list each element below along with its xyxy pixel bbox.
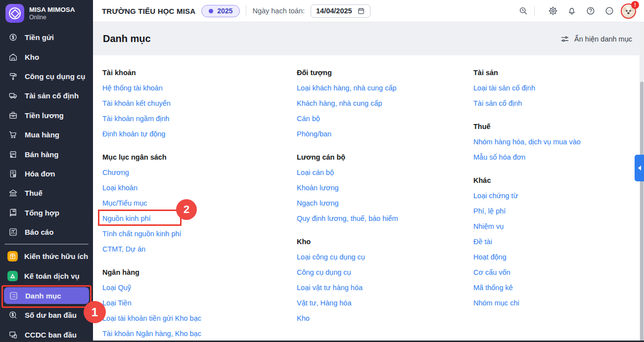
topbar-icon-button[interactable]: [548, 5, 558, 16]
sidebar-item-label: Tài sản cố định: [25, 91, 79, 100]
catalog-section: Đối tượng Loại khách hàng, nhà cung cấpK…: [297, 65, 473, 142]
scrollbar-thumb[interactable]: [640, 82, 644, 342]
catalog-section: Tài sản Loại tài sản cố địnhTài sản cố đ…: [473, 65, 638, 111]
sidebar-item[interactable]: Công cụ dụng cụ: [0, 67, 93, 86]
catalog-link[interactable]: CTMT, Dự án: [102, 242, 145, 257]
catalog-link[interactable]: Mã thống kê: [473, 280, 513, 296]
catalog-section: Ngân hàng Loại QuỹLoại TiềnLoại tài khoả…: [102, 265, 297, 342]
help-icon: [586, 6, 596, 16]
opening-balance-icon: [7, 310, 18, 321]
catalog-link[interactable]: Kho: [297, 311, 310, 326]
catalog-link[interactable]: Phí, lệ phí: [473, 204, 506, 219]
sidebar-item[interactable]: Số dư ban đầu: [0, 305, 93, 325]
catalog-link[interactable]: Loại khách hàng, nhà cung cấp: [297, 81, 397, 96]
sidebar-item-label: Kế toán dịch vụ: [24, 272, 80, 280]
catalog-link[interactable]: Hoạt động: [473, 250, 506, 265]
catalog-link[interactable]: Loại tài sản cố định: [473, 81, 535, 96]
sidebar-item-label: Mua hàng: [25, 130, 59, 139]
catalog-link[interactable]: Khách hàng, nhà cung cấp: [297, 96, 382, 111]
salary-icon: [7, 110, 18, 121]
topbar-actions: [518, 5, 615, 16]
topbar-icon-button[interactable]: [604, 5, 615, 16]
catalog-section-title: Mục lục ngân sách: [102, 150, 297, 165]
catalog-link[interactable]: Loại vật tư hàng hóa: [297, 280, 363, 296]
scrollbar-track[interactable]: [640, 22, 644, 341]
catalog-link[interactable]: Loại khoản: [102, 180, 138, 196]
tax-icon: [7, 188, 18, 199]
catalog-link[interactable]: Vật tư, Hàng hóa: [297, 296, 351, 311]
sidebar-item[interactable]: Danh mục: [4, 287, 89, 304]
catalog-link[interactable]: Đề tài: [473, 234, 492, 250]
catalog-link[interactable]: Tài khoản kết chuyển: [102, 96, 171, 111]
sidebar-item[interactable]: Tiền lương: [0, 106, 93, 125]
sidebar-item[interactable]: Kho: [0, 47, 93, 66]
posting-date-input[interactable]: 14/04/2025: [311, 4, 370, 18]
sidebar-item[interactable]: Bán hàng: [0, 144, 93, 164]
calendar-icon[interactable]: [357, 7, 365, 15]
invoice-icon: [7, 168, 18, 179]
catalog-link[interactable]: Quy định lương, thuế, bảo hiểm: [297, 211, 398, 226]
topbar-icon-button[interactable]: [518, 5, 529, 16]
catalog-link[interactable]: Tài khoản ngầm định: [102, 111, 169, 127]
sidebar-item[interactable]: Báo cáo: [0, 222, 93, 242]
hide-show-icon: [560, 34, 570, 44]
catalog-link[interactable]: Chương: [102, 165, 129, 180]
search-history-icon: [518, 6, 528, 16]
sidebar-item[interactable]: Tài sản cố định: [0, 86, 93, 105]
catalog-link[interactable]: Nhiệm vụ: [473, 219, 504, 234]
knowledge-icon: [7, 251, 18, 261]
catalog-link[interactable]: Mục/Tiểu mục: [102, 196, 147, 211]
catalog-section: Tài khoản Hệ thống tài khoảnTài khoản kế…: [102, 65, 297, 142]
brand[interactable]: MISA MIMOSA Online: [0, 0, 93, 27]
catalog-link[interactable]: Nguồn kinh phí: [102, 211, 151, 226]
catalog-link[interactable]: Cán bộ: [297, 111, 320, 127]
sidebar-item-label: Hóa đơn: [25, 170, 55, 178]
general-icon: [7, 207, 18, 218]
brand-name: MISA MIMOSA: [29, 6, 75, 14]
catalog-column: Tài sản Loại tài sản cố địnhTài sản cố đ…: [473, 65, 638, 342]
catalog-link[interactable]: Loại công cụ dụng cụ: [297, 250, 365, 265]
sidebar-item[interactable]: Kế toán dịch vụ: [0, 266, 93, 286]
catalog-section: Kho Loại công cụ dụng cụCông cụ dụng cụL…: [297, 234, 473, 326]
catalog-link[interactable]: Loại Quỹ: [102, 280, 131, 296]
user-avatar[interactable]: !: [621, 3, 636, 19]
catalog-link[interactable]: Tài khoản Ngân hàng, Kho bạc: [102, 326, 201, 342]
page-header: Danh mục Ẩn hiện danh mục: [93, 22, 644, 55]
sidebar-item[interactable]: Tổng hợp: [0, 203, 93, 222]
catalog-link[interactable]: Loại tài khoản tiền gửi Kho bạc: [102, 311, 201, 326]
sidebar-item-label: Thuế: [25, 189, 43, 197]
topbar-icon-button[interactable]: [566, 5, 577, 16]
catalog-link[interactable]: Khoản lương: [297, 180, 339, 196]
catalog-link[interactable]: Nhóm mục chi: [473, 296, 519, 311]
catalog-link[interactable]: Nhóm hàng hóa, dịch vụ mua vào: [473, 134, 581, 150]
deposit-icon: [7, 32, 18, 43]
catalog-section: Thuế Nhóm hàng hóa, dịch vụ mua vàoMẫu s…: [473, 119, 638, 165]
sidebar-item[interactable]: Tiền gửi: [0, 28, 93, 47]
catalog-link[interactable]: Loại cán bộ: [297, 165, 334, 180]
sidebar-item[interactable]: Thuế: [0, 183, 93, 203]
hide-show-catalog-button[interactable]: Ẩn hiện danh mục: [560, 34, 632, 44]
brand-edition: Online: [29, 14, 75, 21]
catalog-link[interactable]: Hệ thống tài khoản: [102, 81, 163, 96]
catalog-link[interactable]: Loại Tiền: [102, 296, 132, 311]
sales-icon: [7, 149, 18, 160]
catalog-link[interactable]: Ngạch lương: [297, 196, 339, 211]
sidebar-item[interactable]: Hóa đơn: [0, 164, 93, 183]
catalog-link[interactable]: Công cụ dụng cụ: [297, 265, 351, 280]
catalog-link[interactable]: Loại chứng từ: [473, 188, 518, 204]
catalog-link[interactable]: Phòng/ban: [297, 127, 331, 142]
sidebar-item[interactable]: Mua hàng: [0, 125, 93, 144]
notifications-icon: [567, 6, 577, 16]
catalog-link[interactable]: Cơ cấu vốn: [473, 265, 510, 280]
category-icon: [8, 290, 19, 301]
sidebar-item[interactable]: Kiến thức hữu ích: [0, 247, 93, 266]
catalog-link[interactable]: Tài sản cố định: [473, 96, 522, 111]
topbar-icon-button[interactable]: [585, 5, 596, 16]
catalog-link[interactable]: Tính chất nguồn kinh phí: [102, 226, 182, 242]
sidebar-item[interactable]: CCDC ban đầu: [0, 325, 93, 342]
fiscal-year-badge[interactable]: 2025: [201, 5, 240, 17]
catalog-link[interactable]: Định khoản tự động: [102, 127, 165, 142]
catalog-link[interactable]: Mẫu số hóa đơn: [473, 150, 525, 165]
sidebar-item-label: Tiền gửi: [25, 33, 54, 42]
collapse-panel-tab[interactable]: [635, 155, 644, 181]
